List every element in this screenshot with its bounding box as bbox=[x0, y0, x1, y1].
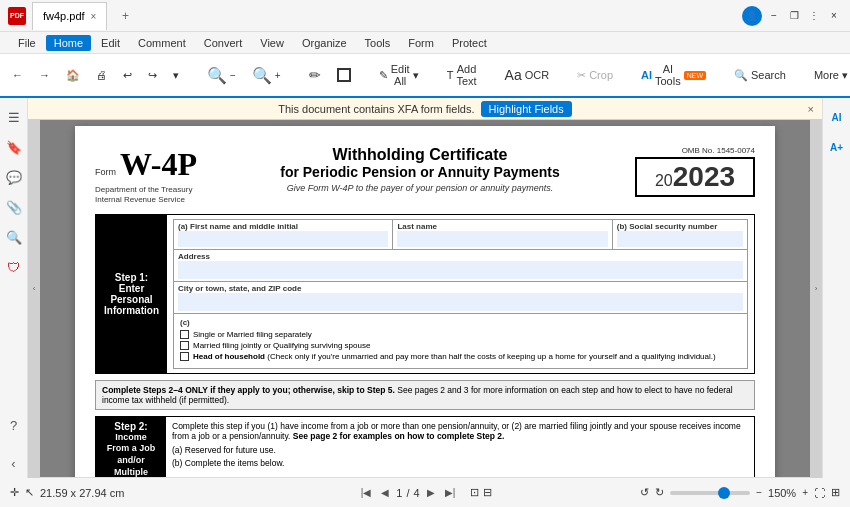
sidebar-bookmark-icon[interactable]: 🔖 bbox=[3, 136, 25, 158]
sidebar-search-icon[interactable]: 🔍 bbox=[3, 226, 25, 248]
fullscreen-exit-button[interactable]: ⊞ bbox=[831, 486, 840, 499]
zoom-out-button[interactable]: 🔍 − bbox=[201, 62, 242, 89]
rectangle-button[interactable] bbox=[331, 64, 357, 86]
highlight-fields-button[interactable]: Highlight Fields bbox=[481, 101, 572, 117]
menu-convert[interactable]: Convert bbox=[196, 35, 251, 51]
rectangle-icon bbox=[337, 68, 351, 82]
ai-tools-label: AI Tools bbox=[655, 63, 681, 87]
city-label: City or town, state, and ZIP code bbox=[178, 284, 743, 293]
last-page-button[interactable]: ▶| bbox=[442, 485, 459, 500]
crop-button[interactable]: ✂ Crop bbox=[571, 65, 619, 86]
menu-dots-button[interactable]: ⋮ bbox=[806, 8, 822, 24]
sidebar-nav-icon[interactable]: ☰ bbox=[3, 106, 25, 128]
markup-button[interactable]: ✏ bbox=[303, 63, 327, 87]
menu-home[interactable]: Home bbox=[46, 35, 91, 51]
minimize-button[interactable]: − bbox=[766, 8, 782, 24]
dimensions: 21.59 x 27.94 cm bbox=[40, 487, 124, 499]
zoom-in-status-icon[interactable]: + bbox=[802, 487, 808, 498]
address-input[interactable] bbox=[178, 261, 743, 279]
status-right: ↺ ↻ − 150% + ⛶ ⊞ bbox=[500, 486, 840, 499]
irs-line1: Department of the Treasury bbox=[95, 185, 205, 195]
current-page: 1 bbox=[396, 487, 402, 499]
single-checkbox[interactable] bbox=[180, 330, 189, 339]
hoh-checkbox[interactable] bbox=[180, 352, 189, 361]
more-button[interactable]: More ▾ bbox=[808, 65, 850, 86]
close-button[interactable]: × bbox=[826, 8, 842, 24]
banner-close-button[interactable]: × bbox=[808, 103, 814, 115]
zoom-slider[interactable] bbox=[670, 491, 750, 495]
menu-tools[interactable]: Tools bbox=[357, 35, 399, 51]
print-button[interactable]: 🖨 bbox=[90, 65, 113, 85]
step2-label: Step 2: Income From a Job and/or Multipl… bbox=[96, 417, 166, 477]
fit-page-icon[interactable]: ⊡ bbox=[470, 486, 479, 499]
more-undo-button[interactable]: ▾ bbox=[167, 65, 185, 86]
menu-edit[interactable]: Edit bbox=[93, 35, 128, 51]
omb-section: OMB No. 1545-0074 202023 bbox=[635, 146, 755, 197]
first-name-input[interactable] bbox=[178, 231, 388, 247]
forward-icon: → bbox=[39, 69, 50, 81]
last-name-input[interactable] bbox=[397, 231, 607, 247]
step2-a-label: (a) Reserved for future use. bbox=[172, 445, 276, 455]
rotate-left-icon[interactable]: ↺ bbox=[640, 486, 649, 499]
scroll-left-button[interactable]: ‹ bbox=[28, 98, 40, 478]
prev-page-button[interactable]: ◀ bbox=[378, 485, 392, 500]
zoom-out-status-icon[interactable]: − bbox=[756, 487, 762, 498]
left-sidebar: ☰ 🔖 💬 📎 🔍 🛡 ? ‹ bbox=[0, 98, 28, 478]
menu-protect[interactable]: Protect bbox=[444, 35, 495, 51]
ai-icon: AI bbox=[641, 69, 652, 81]
profile-button[interactable]: 👤 bbox=[742, 6, 762, 26]
restore-button[interactable]: ❐ bbox=[786, 8, 802, 24]
browser-tab[interactable]: fw4p.pdf × bbox=[32, 2, 107, 30]
search-label: Search bbox=[751, 69, 786, 81]
fullscreen-button[interactable]: ⛶ bbox=[814, 487, 825, 499]
menu-form[interactable]: Form bbox=[400, 35, 442, 51]
form-title: Withholding Certificate bbox=[215, 146, 625, 164]
rotate-right-icon[interactable]: ↻ bbox=[655, 486, 664, 499]
next-page-button[interactable]: ▶ bbox=[424, 485, 438, 500]
menu-comment[interactable]: Comment bbox=[130, 35, 194, 51]
redo-button[interactable]: ↪ bbox=[142, 65, 163, 86]
married-checkbox[interactable] bbox=[180, 341, 189, 350]
right-sidebar: AI A+ bbox=[822, 98, 850, 478]
home-toolbar-button[interactable]: 🏠 bbox=[60, 65, 86, 86]
menu-organize[interactable]: Organize bbox=[294, 35, 355, 51]
ocr-button[interactable]: Aa OCR bbox=[499, 63, 556, 87]
menu-file[interactable]: File bbox=[10, 35, 44, 51]
ssn-input[interactable] bbox=[617, 231, 743, 247]
zoom-level: 150% bbox=[768, 487, 796, 499]
edit-all-button[interactable]: ✎ Edit All ▾ bbox=[373, 59, 425, 91]
city-cell: City or town, state, and ZIP code bbox=[174, 282, 747, 313]
sidebar-security-icon[interactable]: 🛡 bbox=[3, 256, 25, 278]
tab-close-button[interactable]: × bbox=[91, 11, 97, 22]
first-page-button[interactable]: |◀ bbox=[358, 485, 375, 500]
zoom-in-button[interactable]: 🔍 + bbox=[246, 62, 287, 89]
city-input[interactable] bbox=[178, 293, 743, 311]
step2-title: Income From a Job and/or Multiple Pensio… bbox=[107, 432, 156, 477]
sidebar-expand-icon[interactable]: ‹ bbox=[3, 452, 25, 474]
menu-view[interactable]: View bbox=[252, 35, 292, 51]
crop-label: Crop bbox=[589, 69, 613, 81]
zoom-in-label: + bbox=[275, 70, 281, 81]
undo-button[interactable]: ↩ bbox=[117, 65, 138, 86]
first-name-label: (a) First name and middle initial bbox=[178, 222, 388, 231]
sidebar-attachment-icon[interactable]: 📎 bbox=[3, 196, 25, 218]
more-undo-icon: ▾ bbox=[173, 69, 179, 82]
address-cell: Address bbox=[174, 250, 747, 281]
ai-panel-icon[interactable]: AI bbox=[826, 106, 848, 128]
back-button[interactable]: ← bbox=[6, 65, 29, 85]
pointer-icon: ✛ bbox=[10, 486, 19, 499]
ai-plus-icon[interactable]: A+ bbox=[826, 136, 848, 158]
sidebar-help-icon[interactable]: ? bbox=[3, 414, 25, 436]
fit-width-icon[interactable]: ⊟ bbox=[483, 486, 492, 499]
search-toolbar-button[interactable]: 🔍 Search bbox=[728, 65, 792, 86]
status-center: |◀ ◀ 1 / 4 ▶ ▶| ⊡ ⊟ bbox=[358, 485, 493, 500]
zoom-thumb[interactable] bbox=[718, 487, 730, 499]
back-icon: ← bbox=[12, 69, 23, 81]
new-tab-button[interactable]: + bbox=[113, 4, 137, 28]
sidebar-comment-icon[interactable]: 💬 bbox=[3, 166, 25, 188]
ai-tools-button[interactable]: AI AI Tools NEW bbox=[635, 59, 712, 91]
forward-button[interactable]: → bbox=[33, 65, 56, 85]
add-text-button[interactable]: T Add Text bbox=[441, 59, 483, 91]
scroll-right-button[interactable]: › bbox=[810, 98, 822, 478]
redo-icon: ↪ bbox=[148, 69, 157, 82]
